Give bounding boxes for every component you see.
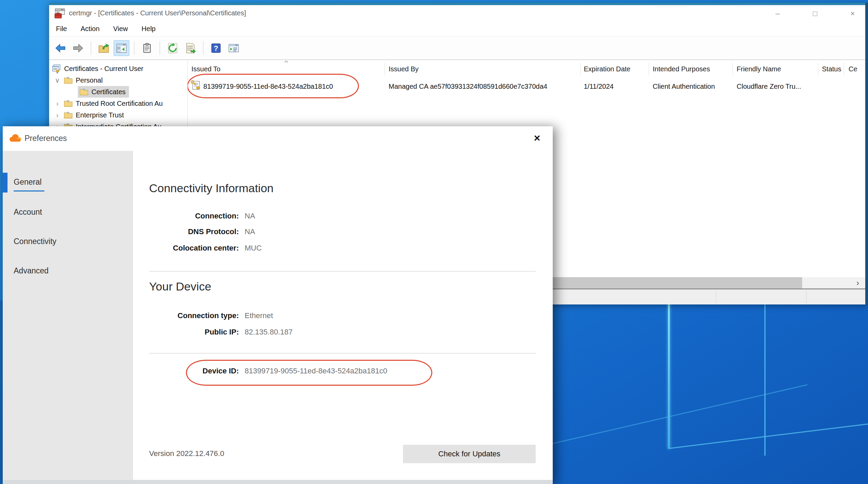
cell-issued-by[interactable]: Managed CA ae57f03931324f08591d660e7c370… [389, 83, 547, 90]
cell-expiration-date[interactable]: 1/11/2024 [584, 83, 614, 90]
clipboard-icon[interactable] [139, 40, 155, 56]
folder-icon [63, 75, 73, 85]
value-colocation-center: MUC [245, 244, 262, 253]
tree-selected-highlight: Certificates [78, 86, 129, 98]
preferences-content: Connectivity Information Connection: NA … [133, 151, 553, 484]
statusbar-pane-divider [806, 291, 807, 303]
value-dns-protocol: NA [245, 227, 255, 236]
toolbar-separator [91, 41, 91, 55]
tab-account[interactable]: Account [14, 208, 42, 217]
sort-ascending-icon: ^ [285, 61, 288, 67]
cloudflare-logo-icon [8, 133, 23, 143]
window-title: certmgr - [Certificates - Current User\P… [69, 9, 246, 17]
section-divider [149, 271, 536, 272]
column-divider[interactable] [733, 63, 733, 75]
console-tree-icon[interactable] [114, 40, 129, 56]
toolbar-separator [134, 41, 134, 55]
back-icon[interactable] [53, 40, 68, 56]
chevron-right-icon[interactable]: › [54, 111, 61, 119]
preferences-title: Preferences [25, 134, 67, 143]
column-divider[interactable] [844, 63, 844, 75]
value-connection-type: Ethernet [245, 311, 273, 320]
window-bottom-edge [3, 480, 553, 484]
section-heading-your-device: Your Device [149, 280, 211, 293]
help-icon[interactable]: ? [208, 40, 224, 56]
active-tab-underline [14, 190, 44, 191]
version-text: Version 2022.12.476.0 [149, 449, 224, 458]
label-public-ip: Public IP: [136, 328, 239, 337]
statusbar-pane-divider [716, 291, 716, 303]
tree-root-certificates-current-user[interactable]: Certificates - Current User [51, 63, 143, 74]
tree-item-certificates[interactable]: Certificates [78, 86, 129, 98]
check-for-updates-button[interactable]: Check for Updates [403, 445, 536, 463]
toolbar: ? [49, 37, 868, 60]
section-heading-connectivity: Connectivity Information [149, 182, 274, 195]
menu-bar: File Action View Help [49, 22, 868, 37]
menu-file[interactable]: File [56, 25, 67, 33]
section-divider [149, 353, 536, 354]
certificates-store-icon [51, 63, 61, 74]
tree-item-trusted-root[interactable]: › Trusted Root Certification Au [54, 98, 187, 109]
certmgr-app-icon [54, 8, 66, 19]
label-connection-type: Connection type: [136, 311, 239, 320]
screen: certmgr - [Certificates - Current User\P… [0, 0, 868, 484]
tree-item-label: Enterprise Trust [76, 111, 124, 119]
menu-action[interactable]: Action [81, 25, 100, 33]
close-button[interactable]: × [841, 7, 864, 20]
minimize-button[interactable]: – [766, 7, 789, 20]
column-certificate[interactable]: Ce [849, 65, 857, 73]
label-dns-protocol: DNS Protocol: [136, 227, 239, 236]
active-tab-indicator [3, 173, 8, 193]
tab-advanced[interactable]: Advanced [14, 266, 48, 275]
maximize-button[interactable]: □ [804, 7, 826, 20]
column-divider[interactable] [649, 63, 649, 75]
annotation-ellipse-device-id [186, 360, 432, 386]
cell-intended-purposes[interactable]: Client Authentication [653, 83, 715, 90]
toolbar-separator [160, 41, 160, 55]
column-friendly-name[interactable]: Friendly Name [737, 65, 781, 73]
column-status[interactable]: Status [822, 65, 841, 73]
tree-item-personal[interactable]: ∨ Personal [54, 74, 103, 86]
svg-text:?: ? [214, 44, 218, 53]
refresh-icon[interactable] [165, 40, 180, 56]
preferences-window: Preferences × General Account Connectivi… [3, 126, 553, 484]
chevron-down-icon[interactable]: ∨ [54, 76, 61, 84]
tree-item-label: Personal [76, 76, 103, 84]
menu-help[interactable]: Help [142, 25, 156, 33]
menu-view[interactable]: View [113, 25, 128, 33]
column-expiration-date[interactable]: Expiration Date [584, 65, 631, 73]
tree-root-label: Certificates - Current User [64, 65, 143, 73]
column-intended-purposes[interactable]: Intended Purposes [653, 65, 710, 73]
folder-icon [63, 110, 73, 120]
value-public-ip: 82.135.80.187 [245, 328, 293, 337]
annotation-ellipse-issued-to [188, 74, 359, 98]
column-divider[interactable] [818, 63, 818, 75]
folder-icon [79, 87, 89, 97]
preferences-sidebar: General Account Connectivity Advanced [3, 151, 133, 484]
tree-item-label: Trusted Root Certification Au [76, 100, 163, 108]
column-issued-by[interactable]: Issued By [389, 65, 419, 73]
toolbar-separator [203, 41, 203, 55]
label-connection: Connection: [136, 212, 239, 220]
column-divider[interactable] [580, 63, 581, 75]
screen-edge-border [865, 3, 868, 304]
tab-general[interactable]: General [14, 177, 42, 187]
tree-item-label: Certificates [91, 88, 126, 96]
folder-icon [63, 99, 73, 108]
tab-connectivity[interactable]: Connectivity [14, 237, 56, 246]
label-colocation-center: Colocation center: [136, 244, 239, 253]
scroll-right-arrow-icon[interactable]: › [850, 277, 865, 288]
cell-friendly-name[interactable]: Cloudflare Zero Tru... [737, 83, 801, 90]
value-connection: NA [245, 212, 255, 220]
certmgr-titlebar[interactable]: certmgr - [Certificates - Current User\P… [49, 5, 868, 22]
forward-icon[interactable] [70, 40, 86, 56]
column-divider[interactable] [385, 63, 385, 75]
console-window-icon[interactable] [226, 40, 242, 56]
export-list-icon[interactable] [183, 40, 198, 56]
folder-up-icon[interactable] [96, 40, 112, 56]
chevron-right-icon[interactable]: › [54, 100, 61, 108]
close-icon[interactable]: × [530, 130, 545, 145]
column-issued-to[interactable]: Issued To [191, 65, 220, 73]
tree-item-enterprise-trust[interactable]: › Enterprise Trust [54, 109, 124, 121]
